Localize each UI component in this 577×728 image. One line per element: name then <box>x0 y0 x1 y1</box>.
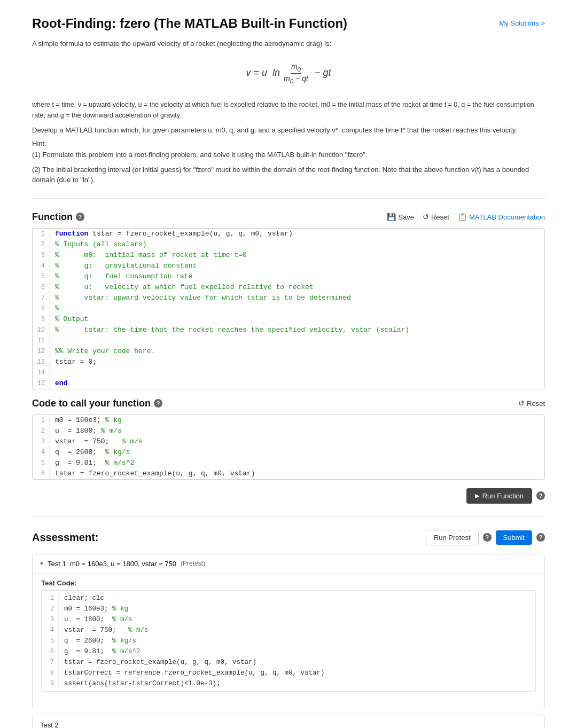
call-section-header: Code to call your function ? ↺ Reset <box>32 398 545 409</box>
call-help-icon[interactable]: ? <box>154 399 162 408</box>
line-content: % Output <box>55 314 88 325</box>
call-reset-button[interactable]: ↺ Reset <box>518 399 545 408</box>
table-row: 2u = 1800; % m/s <box>33 426 544 436</box>
table-row: 7tstar = fzero_rocket_example(u, g, q, m… <box>42 657 535 668</box>
table-row: 12%% Write your code here. <box>33 346 544 357</box>
test-1-header[interactable]: ▾ Test 1: m0 = 160e3, u = 1800, vstar = … <box>33 554 544 573</box>
submit-help-icon[interactable]: ? <box>536 533 545 542</box>
reset-icon: ↺ <box>423 213 429 221</box>
table-row: 4vstar = 750; % m/s <box>42 625 535 636</box>
test-1-body: Test Code: 1clear; clc2m0 = 160e3; % kg3… <box>33 573 544 708</box>
assessment-section: Assessment: Run Pretest ? Submit ? ▾ Tes… <box>32 530 545 728</box>
table-row: 15end <box>33 378 544 389</box>
save-label: Save <box>398 213 414 221</box>
table-row: 8% <box>33 303 544 314</box>
line-number: 10 <box>33 325 50 335</box>
line-content: % q: fuel consumption rate <box>55 271 192 282</box>
table-row: 3% m0: initial mass of rocket at time t=… <box>33 250 544 261</box>
matlab-doc-label: MATLAB Documentation <box>469 213 545 221</box>
formula: v = u ln m0 m0 − qt − gt <box>246 62 331 84</box>
line-content: % vstar: upward velocity value for which… <box>55 293 351 303</box>
hint-label: Hint: <box>32 139 545 147</box>
line-number: 9 <box>33 314 50 325</box>
table-row: 6tstar = fzero_rocket_example(u, g, q, m… <box>33 468 544 479</box>
line-content: tstar = fzero_rocket_example(u, g, q, m0… <box>55 468 255 479</box>
test-2-label: Test 2 <box>40 721 59 728</box>
line-number: 3 <box>33 436 50 447</box>
table-row: 6g = 9.81; % m/s^2 <box>42 646 535 657</box>
line-content: g = 9.81; % m/s^2 <box>55 458 134 468</box>
function-section-header: Function ? 💾 Save ↺ Reset 📋 MATLAB Docum… <box>32 212 545 223</box>
table-row: 11 <box>33 335 544 346</box>
assessment-header: Assessment: Run Pretest ? Submit ? <box>32 530 545 545</box>
line-content: q = 2600; % kg/s <box>55 447 130 458</box>
test-code-label: Test Code: <box>41 579 536 587</box>
test-2-block: Test 2 <box>32 715 545 728</box>
reset-button[interactable]: ↺ Reset <box>423 213 449 221</box>
call-reset-icon: ↺ <box>518 399 525 408</box>
table-row: 3u = 1800; % m/s <box>42 614 535 625</box>
line-number: 15 <box>33 378 50 389</box>
line-number: 6 <box>33 282 50 293</box>
my-solutions-link[interactable]: My Solutions > <box>499 19 545 27</box>
line-content: tstar = 0; <box>55 357 97 367</box>
line-content: assert(abs(tstar-tstarCorrect)<1.0e-3); <box>64 678 221 689</box>
line-number: 4 <box>42 625 59 636</box>
table-row: 2m0 = 160e3; % kg <box>42 604 535 614</box>
line-number: 5 <box>33 458 50 468</box>
line-content: % u: velocity at which fuel expelled rel… <box>55 282 314 293</box>
line-number: 3 <box>33 250 50 261</box>
line-content: end <box>55 378 67 389</box>
table-row: 13tstar = 0; <box>33 357 544 367</box>
submit-button[interactable]: Submit <box>496 530 532 545</box>
function-code-editor[interactable]: 1function tstar = fzero_rocket_example(u… <box>32 228 545 389</box>
table-row: 1clear; clc <box>42 593 535 604</box>
divider-1 <box>32 198 545 199</box>
line-content: clear; clc <box>64 593 104 604</box>
divider-2 <box>32 516 545 517</box>
call-title-text: Code to call your function <box>32 398 151 409</box>
line-content: u = 1800; % m/s <box>64 614 132 625</box>
test-1-badge: (Pretest) <box>181 560 205 567</box>
line-number: 2 <box>33 239 50 250</box>
line-content: function tstar = fzero_rocket_example(u,… <box>55 229 293 239</box>
function-help-icon[interactable]: ? <box>76 213 84 221</box>
line-number: 5 <box>33 271 50 282</box>
table-row: 14 <box>33 367 544 378</box>
line-number: 8 <box>42 668 59 678</box>
line-content: % Inputs (all scalars) <box>55 239 147 250</box>
reset-label: Reset <box>431 213 449 221</box>
run-pretest-button[interactable]: Run Pretest <box>426 530 479 545</box>
line-content: % m0: initial mass of rocket at time t=0 <box>55 250 247 261</box>
formula-description: where t = time, v = upward velocity, u =… <box>32 99 545 121</box>
save-button[interactable]: 💾 Save <box>387 213 414 221</box>
line-content: vstar = 750; % m/s <box>64 625 149 636</box>
line-number: 6 <box>42 646 59 657</box>
table-row: 6% u: velocity at which fuel expelled re… <box>33 282 544 293</box>
play-icon: ▶ <box>475 492 479 499</box>
line-content: tstar = fzero_rocket_example(u, g, q, m0… <box>64 657 256 668</box>
line-content: % g: gravitational constant <box>55 261 197 271</box>
pretest-help-icon[interactable]: ? <box>483 533 492 542</box>
test-1-chevron: ▾ <box>40 560 43 567</box>
table-row: 10% tstar: the time that the rocket reac… <box>33 325 544 335</box>
call-code-editor[interactable]: 1m0 = 160e3; % kg2u = 1800; % m/s3vstar … <box>32 414 545 480</box>
line-content: g = 9.81; % m/s^2 <box>64 646 141 657</box>
line-number: 11 <box>33 335 50 346</box>
line-number: 1 <box>33 415 50 426</box>
table-row: 3vstar = 750; % m/s <box>33 436 544 447</box>
table-row: 7% vstar: upward velocity value for whic… <box>33 293 544 303</box>
run-function-label: Run Function <box>482 492 524 500</box>
line-content: vstar = 750; % m/s <box>55 436 143 447</box>
line-number: 7 <box>33 293 50 303</box>
run-function-button[interactable]: ▶ Run Function <box>466 488 532 504</box>
table-row: 1function tstar = fzero_rocket_example(u… <box>33 229 544 239</box>
line-content: m0 = 160e3; % kg <box>55 415 122 426</box>
table-row: 9% Output <box>33 314 544 325</box>
run-help-icon[interactable]: ? <box>536 491 545 500</box>
call-toolbar: ↺ Reset <box>518 399 545 408</box>
matlab-doc-button[interactable]: 📋 MATLAB Documentation <box>458 213 545 221</box>
intro-text: A simple formula to estimate the upward … <box>32 40 545 48</box>
table-row: 4% g: gravitational constant <box>33 261 544 271</box>
line-number: 3 <box>42 614 59 625</box>
